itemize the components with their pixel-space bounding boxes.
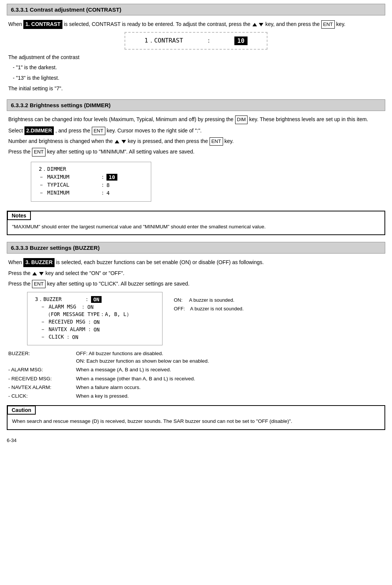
desc-alarm-val: When a message (A, B and L) is received. — [76, 366, 384, 374]
section-brightness: 6.3.3.2 Brightness settings (DIMMER) Bri… — [7, 99, 385, 205]
dimmer-title-row: 2．DIMMER — [39, 166, 143, 173]
buzzer-display: 3．BUZZER ： ON － ALARM MSG ： ON （FOR MESS… — [27, 292, 163, 345]
dimmer-maximum-colon: ： — [99, 174, 106, 181]
contrast-display: 1．CONTRAST ： 10 — [125, 32, 267, 50]
ent-key-5: ENT — [32, 280, 46, 288]
up-arrow-icon-2 — [115, 140, 119, 143]
buzzer-alarm-row: － ALARM MSG ： ON — [35, 304, 155, 310]
dimmer-typical-row: － TYPICAL ： 8 — [39, 182, 143, 188]
contrast-display-colon: ： — [206, 37, 212, 45]
buzzer-desc-table: BUZZER: OFF: All buzzer functions are di… — [8, 350, 384, 400]
buzzer-for-msg-row: （FOR MESSAGE TYPE：A, B, L） — [35, 311, 155, 318]
up-arrow-icon — [252, 23, 257, 26]
desc-navtex-val: When a failure alarm occurs. — [76, 384, 384, 391]
notes-content: "MAXIMUM" should enter the largest numer… — [8, 220, 384, 235]
buzzer-navtex-label: － NAVTEX ALARM — [35, 326, 85, 333]
legend-off-row: OFF: A buzzer is not sounded. — [174, 304, 244, 313]
desc-click-val: When a key is pressed. — [76, 392, 384, 400]
ent-key-3: ENT — [210, 137, 223, 146]
ent-key-2: ENT — [92, 127, 105, 135]
desc-received-val: When a message (other than A, B and L) i… — [76, 375, 384, 383]
dimmer-maximum-row: － MAXIMUM ： 10 — [39, 174, 143, 181]
contrast-intro: When 1. CONTRAST is selected, CONTRAST i… — [8, 20, 384, 29]
caution-box: Caution When search and rescue message (… — [7, 405, 385, 430]
contrast-display-outer: 1．CONTRAST ： 10 — [8, 32, 384, 50]
buzzer-received-label: － RECEIVED MSG — [35, 319, 85, 325]
brightness-intro1: Brightness can be changed into four leve… — [8, 115, 384, 124]
dimmer-typical-value: 8 — [106, 182, 109, 188]
buzzer-click-row: － CLICK ： ON — [35, 334, 155, 340]
buzzer-received-on: ON — [94, 319, 100, 325]
brightness-intro2: Select 2.DIMMER , and press the ENT key.… — [8, 126, 384, 135]
buzzer-received-colon: ： — [87, 319, 92, 325]
buzzer-alarm-on: ON — [87, 304, 93, 310]
dimmer-typical-label: － TYPICAL — [39, 182, 99, 188]
desc-click-row: - CLICK: When a key is pressed. — [8, 392, 384, 400]
buzzer-alarm-label: － ALARM MSG — [35, 304, 76, 310]
legend-off-desc: A buzzer is not sounded. — [190, 306, 243, 311]
desc-buzzer-val2: ON: Each buzzer function as shown below … — [76, 357, 384, 365]
dimmer-title: 2．DIMMER — [39, 166, 66, 173]
dimmer-maximum-label: － MAXIMUM — [39, 174, 99, 181]
buzzer-legend: ON: A buzzer is sounded. OFF: A buzzer i… — [174, 296, 244, 313]
down-arrow-icon-2 — [122, 140, 126, 143]
page-number: 6-34 — [7, 438, 385, 443]
contrast-desc2: - "1" is the darkest. — [13, 64, 384, 72]
notes-box: Notes "MAXIMUM" should enter the largest… — [7, 211, 385, 236]
ent-key-1: ENT — [321, 20, 335, 29]
section-contrast: 6.3.3.1 Contrast adjustment (CONTRAST) W… — [7, 4, 385, 93]
dimmer-maximum-value: 10 — [106, 174, 117, 181]
desc-click-key: - CLICK: — [8, 392, 76, 400]
legend-on-row: ON: A buzzer is sounded. — [174, 296, 244, 304]
buzzer-intro3: Press the ENT key after setting up to "C… — [8, 280, 384, 288]
buzzer-received-row: － RECEIVED MSG ： ON — [35, 319, 155, 325]
down-arrow-icon — [259, 23, 263, 26]
buzzer-highlight: 3. BUZZER — [23, 258, 54, 267]
buzzer-click-on: ON — [72, 334, 78, 340]
section-buzzer: 6.3.3.3 Buzzer settings (BUZZER) When 3.… — [7, 242, 385, 400]
buzzer-header: 6.3.3.3 Buzzer settings (BUZZER) — [7, 242, 385, 254]
buzzer-alarm-colon: ： — [81, 304, 86, 310]
buzzer-colon1: ： — [84, 296, 90, 303]
contrast-display-value: 10 — [234, 36, 248, 45]
up-arrow-icon-3 — [32, 272, 37, 275]
legend-off-key: OFF: — [174, 306, 185, 311]
legend-on-key: ON: — [174, 297, 182, 303]
desc-buzzer-val1: OFF: All buzzer functions are disabled. — [76, 350, 384, 357]
buzzer-navtex-row: － NAVTEX ALARM ： ON — [35, 326, 155, 333]
desc-navtex-row: - NAVTEX ALARM: When a failure alarm occ… — [8, 384, 384, 391]
buzzer-intro2: Press the key and select the "ON" or "OF… — [8, 269, 384, 278]
caution-content: When search and rescue message (D) is re… — [8, 415, 384, 429]
caution-label: Caution — [7, 406, 36, 415]
notes-label: Notes — [7, 211, 31, 220]
contrast-desc4: The initial setting is "7". — [8, 85, 384, 93]
desc-alarm-key: - ALARM MSG: — [8, 366, 76, 374]
buzzer-title: 3．BUZZER — [35, 296, 62, 303]
desc-buzzer-val: OFF: All buzzer functions are disabled. … — [76, 350, 384, 365]
buzzer-display-outer: 3．BUZZER ： ON － ALARM MSG ： ON （FOR MESS… — [8, 292, 384, 345]
dimmer-minimum-colon: ： — [99, 190, 106, 196]
buzzer-click-label: － CLICK — [35, 334, 64, 340]
contrast-desc3: - "13" is the lightest. — [13, 74, 384, 82]
desc-buzzer-row: BUZZER: OFF: All buzzer functions are di… — [8, 350, 384, 365]
desc-navtex-key: - NAVTEX ALARM: — [8, 384, 76, 391]
dimmer-minimum-value: 4 — [106, 190, 109, 196]
buzzer-click-colon: ： — [65, 334, 71, 340]
desc-buzzer-key: BUZZER: — [8, 350, 76, 365]
dimmer-minimum-label: － MINIMUM — [39, 190, 99, 196]
buzzer-on1: ON — [91, 296, 102, 303]
buzzer-intro1: When 3. BUZZER is selected, each buzzer … — [8, 258, 384, 267]
ent-key-4: ENT — [32, 148, 46, 156]
brightness-header: 6.3.3.2 Brightness settings (DIMMER) — [7, 99, 385, 111]
desc-received-key: - RECEIVED MSG: — [8, 375, 76, 383]
down-arrow-icon-3 — [39, 272, 44, 275]
contrast-highlight: 1. CONTRAST — [23, 20, 62, 29]
dimmer-minimum-row: － MINIMUM ： 4 — [39, 190, 143, 196]
buzzer-navtex-colon: ： — [87, 326, 92, 333]
dimmer-display: 2．DIMMER － MAXIMUM ： 10 － TYPICAL ： 8 － … — [31, 162, 151, 202]
buzzer-title-row: 3．BUZZER ： ON — [35, 296, 155, 303]
buzzer-for-msg: （FOR MESSAGE TYPE：A, B, L） — [35, 311, 132, 318]
dimmer-typical-colon: ： — [99, 182, 106, 188]
dimmer-highlight: 2.DIMMER — [24, 126, 54, 135]
desc-alarm-row: - ALARM MSG: When a message (A, B and L)… — [8, 366, 384, 374]
